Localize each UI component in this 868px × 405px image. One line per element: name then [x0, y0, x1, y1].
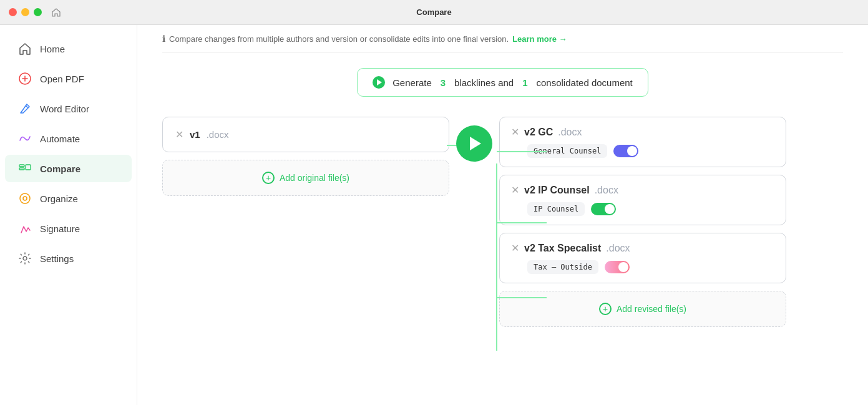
revised-0-ext: .docx [558, 127, 582, 138]
sidebar-item-label: Organize [40, 193, 78, 204]
svg-rect-6 [26, 165, 31, 170]
sidebar-item-open-pdf[interactable]: Open PDF [5, 65, 132, 92]
revised-1-toggle[interactable] [591, 203, 616, 215]
revised-1-ext: .docx [595, 185, 618, 196]
revised-0-toggle[interactable] [613, 145, 638, 157]
info-bar: ℹ Compare changes from multiple authors … [162, 25, 843, 53]
minimize-button[interactable] [21, 8, 29, 16]
compare-icon [17, 161, 32, 176]
add-original-label: Add original file(s) [280, 173, 349, 183]
original-filename-main: v1 [190, 129, 200, 140]
main-content: ℹ Compare changes from multiple authors … [137, 25, 868, 405]
generate-icon [373, 76, 385, 89]
generate-banner: Generate 3 blacklines and 1 consolidated… [357, 68, 648, 97]
gen-text2: blacklines and [454, 77, 514, 88]
svg-point-7 [20, 193, 30, 203]
remove-revised-0-button[interactable]: ✕ [511, 126, 519, 138]
sidebar-item-label: Open PDF [40, 74, 84, 84]
add-revised-icon: + [599, 303, 612, 315]
gen-num2: 1 [522, 77, 527, 88]
titlebar: Compare [0, 0, 868, 25]
run-compare-button[interactable] [456, 125, 492, 162]
word-editor-icon [17, 101, 32, 116]
add-original-box[interactable]: + Add original file(s) [162, 160, 449, 196]
sidebar-item-automate[interactable]: Automate [5, 125, 132, 152]
sidebar-item-label: Home [40, 44, 65, 54]
remove-revised-2-button[interactable]: ✕ [511, 242, 519, 254]
remove-revised-1-button[interactable]: ✕ [511, 184, 519, 196]
add-revised-inner: + Add revised file(s) [599, 303, 686, 315]
traffic-lights [9, 8, 42, 16]
sidebar-item-settings[interactable]: Settings [5, 245, 132, 272]
revised-2-label: Tax – Outside [527, 260, 598, 274]
add-original-button[interactable]: + Add original file(s) [262, 172, 349, 184]
signature-icon [17, 221, 32, 236]
original-filename-ext: .docx [207, 129, 229, 140]
revised-2-toggle[interactable] [605, 261, 630, 273]
add-revised-box[interactable]: + Add revised file(s) [499, 291, 786, 327]
sidebar-item-word-editor[interactable]: Word Editor [5, 95, 132, 122]
original-file-box: ✕ v1.docx [162, 117, 449, 152]
sidebar-item-label: Signature [40, 223, 80, 234]
automate-icon [17, 131, 32, 146]
sidebar-item-label: Automate [40, 134, 80, 144]
revised-file-box-1: ✕ v2 IP Counsel .docx IP Counsel [499, 175, 786, 225]
gen-text3: consolidated document [537, 77, 633, 88]
revised-1-name-main: v2 IP Counsel [524, 185, 590, 196]
remove-original-button[interactable]: ✕ [175, 129, 183, 140]
compare-area: ✕ v1.docx + Add original file(s) [162, 117, 843, 327]
home-nav-icon[interactable] [50, 6, 62, 19]
settings-icon [17, 251, 32, 266]
open-pdf-icon [17, 71, 32, 86]
info-icon: ℹ [162, 34, 165, 44]
revised-file-box-2: ✕ v2 Tax Specalist .docx Tax – Outside [499, 233, 786, 283]
svg-rect-4 [19, 165, 24, 167]
sidebar-item-compare[interactable]: Compare [5, 155, 132, 182]
app-layout: Home Open PDF Word Editor [0, 25, 868, 405]
play-button-container [449, 117, 499, 162]
sidebar-item-organize[interactable]: Organize [5, 185, 132, 212]
revised-2-name-main: v2 Tax Specalist [524, 243, 601, 254]
right-column: ✕ v2 GC .docx General Counsel ✕ v2 IP Co… [499, 117, 786, 327]
revised-box-header-1: ✕ v2 IP Counsel .docx [511, 184, 774, 196]
revised-0-name-main: v2 GC [524, 127, 553, 138]
left-column: ✕ v1.docx + Add original file(s) [162, 117, 449, 196]
organize-icon [17, 191, 32, 206]
sidebar-item-label: Word Editor [40, 104, 89, 114]
close-button[interactable] [9, 8, 17, 16]
maximize-button[interactable] [34, 8, 42, 16]
learn-more-link[interactable]: Learn more → [512, 34, 567, 44]
svg-line-3 [26, 105, 28, 108]
revised-0-label: General Counsel [527, 144, 607, 158]
sidebar-item-label: Compare [40, 163, 80, 174]
revised-file-box-0: ✕ v2 GC .docx General Counsel [499, 117, 786, 167]
window-title: Compare [416, 7, 451, 17]
sidebar-item-signature[interactable]: Signature [5, 215, 132, 242]
revised-box-header-0: ✕ v2 GC .docx [511, 126, 774, 138]
add-revised-label: Add revised file(s) [617, 304, 686, 314]
sidebar: Home Open PDF Word Editor [0, 25, 137, 405]
gen-text1: Generate [393, 77, 432, 88]
revised-box-header-2: ✕ v2 Tax Specalist .docx [511, 242, 774, 254]
home-icon [17, 41, 32, 56]
svg-point-9 [23, 256, 27, 260]
svg-point-8 [23, 197, 27, 200]
sidebar-item-label: Settings [40, 253, 74, 264]
add-circle-icon: + [262, 172, 275, 184]
revised-2-ext: .docx [606, 243, 630, 254]
sidebar-item-home[interactable]: Home [5, 35, 132, 62]
gen-num1: 3 [441, 77, 446, 88]
revised-1-label: IP Counsel [527, 202, 585, 216]
svg-rect-5 [19, 168, 24, 170]
info-text: Compare changes from multiple authors an… [169, 34, 509, 44]
